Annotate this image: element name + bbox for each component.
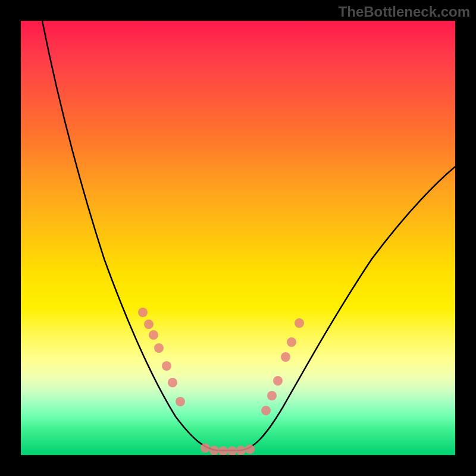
marker-group xyxy=(138,308,304,455)
bottleneck-curve-line xyxy=(42,21,455,450)
svg-point-12 xyxy=(245,444,255,454)
svg-point-9 xyxy=(218,446,228,455)
svg-point-13 xyxy=(261,406,271,415)
svg-point-11 xyxy=(236,446,246,455)
svg-point-4 xyxy=(162,361,171,371)
svg-point-17 xyxy=(287,337,296,347)
svg-point-14 xyxy=(267,391,277,400)
chart-plot-area xyxy=(21,21,455,455)
svg-point-5 xyxy=(168,378,177,387)
chart-svg xyxy=(21,21,455,455)
svg-point-3 xyxy=(154,343,164,353)
svg-point-8 xyxy=(209,446,219,455)
svg-point-15 xyxy=(273,376,283,386)
svg-point-16 xyxy=(281,352,290,362)
svg-point-18 xyxy=(295,318,304,328)
svg-point-0 xyxy=(138,308,148,317)
svg-point-2 xyxy=(149,330,158,340)
svg-point-1 xyxy=(144,320,154,329)
svg-point-10 xyxy=(227,446,237,455)
svg-point-6 xyxy=(176,397,185,406)
watermark-text: TheBottleneck.com xyxy=(339,4,470,20)
svg-point-7 xyxy=(201,443,210,453)
